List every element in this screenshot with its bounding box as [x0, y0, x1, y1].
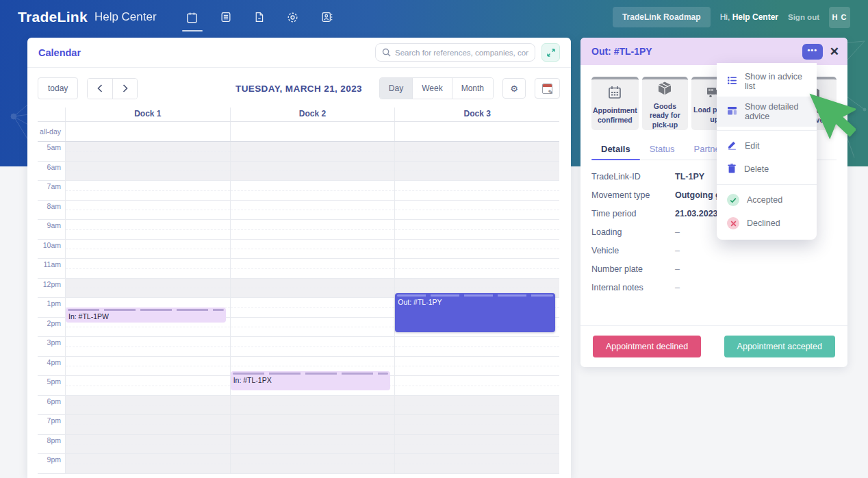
- expand-button[interactable]: [541, 43, 560, 62]
- menu-item-edit[interactable]: Edit: [717, 134, 817, 158]
- time-slot[interactable]: [65, 162, 230, 181]
- time-slot[interactable]: [394, 435, 559, 454]
- time-slot[interactable]: [65, 142, 230, 161]
- time-slot[interactable]: [65, 357, 230, 376]
- detail-field-row: Number plate–: [591, 264, 837, 274]
- panel-header: Out: #TL-1PY ••• ✕: [580, 38, 847, 65]
- time-slot[interactable]: [230, 220, 395, 239]
- time-slot[interactable]: [65, 435, 230, 454]
- time-slot[interactable]: [394, 201, 559, 220]
- time-slot[interactable]: [394, 181, 559, 200]
- time-slot[interactable]: [230, 415, 395, 434]
- time-slot[interactable]: [230, 435, 395, 454]
- time-label-10am: 10am: [38, 240, 65, 259]
- hour-row-9pm: 9pm: [38, 454, 559, 474]
- time-slot[interactable]: [230, 298, 395, 317]
- dock-header-3: Dock 3: [394, 108, 559, 121]
- time-slot[interactable]: [230, 337, 395, 356]
- calendar-toolbar: today TUESDAY, MARCH 21, 2023 DayWeekMon…: [38, 77, 560, 99]
- time-slot[interactable]: [394, 337, 559, 356]
- time-slot[interactable]: [230, 259, 395, 278]
- today-button[interactable]: today: [38, 77, 78, 99]
- time-slot[interactable]: [394, 220, 559, 239]
- view-week-button[interactable]: Week: [412, 78, 451, 99]
- time-slot[interactable]: [394, 259, 559, 278]
- time-slot[interactable]: [230, 201, 395, 220]
- time-slot[interactable]: [65, 337, 230, 356]
- dock-header-1: Dock 1: [65, 108, 230, 121]
- product-name: Help Center: [94, 10, 157, 24]
- time-slot[interactable]: [230, 396, 395, 415]
- menu-item-delete[interactable]: Delete: [717, 158, 817, 181]
- calendar-nav-icon[interactable]: [186, 10, 199, 24]
- next-day-button[interactable]: [112, 79, 137, 99]
- time-slot[interactable]: [230, 279, 395, 298]
- time-slot[interactable]: [65, 415, 230, 434]
- time-slot[interactable]: [65, 201, 230, 220]
- time-slot[interactable]: [65, 220, 230, 239]
- calendar-event[interactable]: Out: #TL-1PY: [395, 293, 555, 332]
- user-name: Help Center: [732, 12, 778, 22]
- more-actions-button[interactable]: •••: [802, 44, 823, 60]
- time-slot[interactable]: [230, 318, 395, 337]
- prev-day-button[interactable]: [88, 79, 112, 99]
- signout-link[interactable]: Sign out: [788, 13, 819, 21]
- menu-item-label: Accepted: [747, 195, 782, 205]
- menu-divider: [717, 184, 817, 185]
- allday-cell-1[interactable]: [65, 122, 230, 141]
- field-value: –: [675, 283, 680, 292]
- event-title: In: #TL-1PX: [233, 376, 272, 384]
- time-slot[interactable]: [65, 396, 230, 415]
- time-slot[interactable]: [65, 240, 230, 259]
- time-slot[interactable]: [230, 142, 395, 161]
- search-input[interactable]: [395, 49, 528, 57]
- datepicker-button[interactable]: [535, 78, 560, 99]
- menu-item-accepted[interactable]: Accepted: [717, 188, 817, 212]
- field-label: Time period: [591, 209, 675, 218]
- close-panel-button[interactable]: ✕: [830, 46, 839, 58]
- documents-nav-icon[interactable]: [253, 10, 266, 24]
- allday-cell-2[interactable]: [230, 122, 395, 141]
- time-slot[interactable]: [394, 454, 559, 473]
- time-slot[interactable]: [65, 259, 230, 278]
- avatar[interactable]: H C: [829, 7, 850, 28]
- time-slot[interactable]: [394, 162, 559, 181]
- time-slot[interactable]: [394, 376, 559, 395]
- calendar-event[interactable]: In: #TL-1PX: [231, 371, 391, 391]
- time-slot[interactable]: [230, 181, 395, 200]
- time-slot[interactable]: [230, 240, 395, 259]
- time-slot[interactable]: [230, 454, 395, 473]
- time-slot[interactable]: [65, 454, 230, 473]
- menu-item-show-detailed-advice[interactable]: Show detailed advice: [717, 97, 817, 127]
- menu-item-show-in-advice-list[interactable]: Show in advice list: [717, 66, 817, 97]
- time-slot[interactable]: [394, 142, 559, 161]
- time-slot[interactable]: [230, 162, 395, 181]
- time-slot[interactable]: [65, 376, 230, 395]
- time-slot[interactable]: [65, 181, 230, 200]
- time-slot[interactable]: [394, 240, 559, 259]
- calendar-event[interactable]: In: #TL-1PW: [66, 307, 226, 322]
- tab-status[interactable]: Status: [640, 139, 685, 160]
- dock-header-2: Dock 2: [230, 108, 395, 121]
- time-slot[interactable]: [394, 415, 559, 434]
- edit-icon: [727, 140, 737, 152]
- panel-footer: Appointment declined Appointment accepte…: [580, 325, 847, 367]
- time-slot[interactable]: [65, 279, 230, 298]
- view-month-button[interactable]: Month: [452, 78, 493, 99]
- menu-divider: [717, 130, 817, 131]
- time-slot[interactable]: [394, 357, 559, 376]
- settings-nav-icon[interactable]: [286, 10, 300, 24]
- appointment-declined-button[interactable]: Appointment declined: [593, 336, 701, 357]
- time-slot[interactable]: [394, 396, 559, 415]
- view-day-button[interactable]: Day: [380, 78, 412, 99]
- field-value: –: [675, 246, 680, 255]
- roadmap-button[interactable]: TradeLink Roadmap: [613, 7, 711, 27]
- field-label: Number plate: [591, 264, 675, 274]
- advice-list-nav-icon[interactable]: [219, 10, 233, 24]
- contacts-nav-icon[interactable]: [320, 10, 333, 24]
- tab-details[interactable]: Details: [591, 139, 640, 160]
- allday-cell-3[interactable]: [394, 122, 559, 141]
- menu-item-declined[interactable]: Declined: [717, 212, 817, 235]
- calendar-settings-button[interactable]: ⚙: [502, 78, 526, 99]
- appointment-accepted-button[interactable]: Appointment accepted: [724, 336, 835, 357]
